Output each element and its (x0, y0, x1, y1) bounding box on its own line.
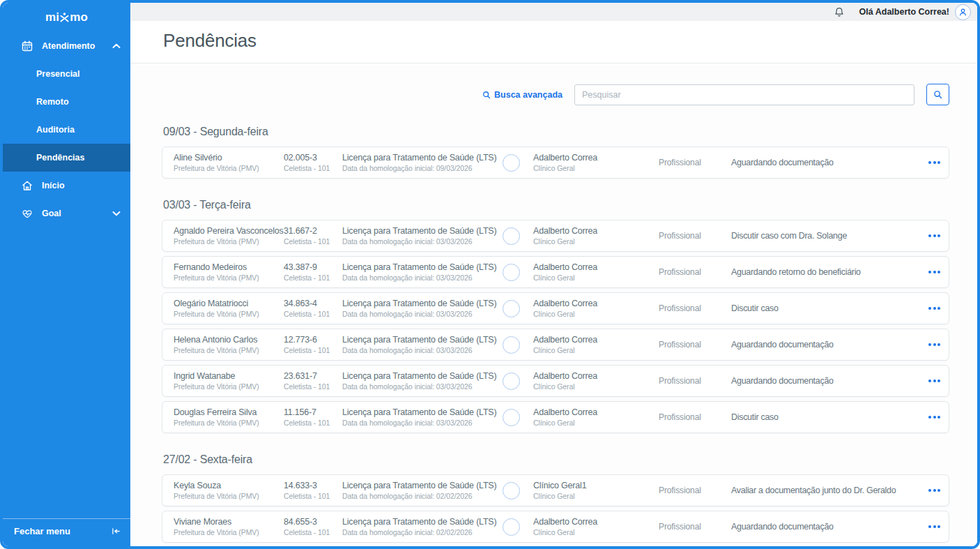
user-greeting: Olá Adalberto Correa! (859, 7, 949, 17)
status-text: Aguardando retorno do beneficiário (731, 267, 917, 277)
sidebar-item-remoto[interactable]: Remoto (3, 88, 130, 116)
role-label: Profissional (659, 158, 731, 167)
homologation-date: Data da homologação inicial: 03/03/2026 (342, 419, 503, 427)
homologation-date: Data da homologação inicial: 03/03/2026 (342, 237, 503, 246)
role-label: Profissional (659, 522, 731, 532)
ellipsis-dot-icon (937, 271, 940, 273)
status-text: Discutir caso com Dra. Solange (731, 231, 917, 241)
beneficiary-name: Viviane Moraes (174, 517, 284, 527)
advanced-search-link[interactable]: Busca avançada (482, 90, 562, 100)
logo-person-icon (60, 13, 69, 22)
logo: mi mo (3, 3, 130, 32)
registration-number-cell: 43.387-9Celetista - 101 (284, 262, 342, 282)
license-type-cell: Licença para Tratamento de Saúde (LTS)Da… (342, 517, 503, 536)
professional-name-cell: Clínico Geral1Clínico Geral (533, 481, 659, 500)
beneficiary-name-cell: Helena Antonio CarlosPrefeitura de Vitór… (174, 335, 284, 354)
beneficiary-org: Prefeitura de Vitória (PMV) (174, 310, 284, 318)
registration-number: 23.631-7 (284, 371, 342, 381)
sidebar-item-atendimento[interactable]: Atendimento (3, 32, 130, 60)
row-actions-button[interactable] (917, 525, 940, 528)
search-button[interactable] (926, 84, 949, 105)
professional-specialty: Clínico Geral (533, 346, 659, 354)
ellipsis-dot-icon (933, 416, 936, 419)
role-label: Profissional (659, 231, 731, 241)
pendency-row[interactable]: Ingrid WatanabePrefeitura de Vitória (PM… (162, 365, 949, 397)
ellipsis-dot-icon (928, 379, 931, 382)
homologation-date: Data da homologação inicial: 03/03/2026 (342, 310, 503, 318)
beneficiary-name-cell: Douglas Ferreira SilvaPrefeitura de Vitó… (174, 407, 284, 427)
sidebar-item-goal[interactable]: Goal (3, 200, 130, 227)
pendency-row[interactable]: Agnaldo Pereira VasconcelosPrefeitura de… (162, 220, 949, 252)
registration-number: 11.156-7 (284, 407, 342, 417)
beneficiary-org: Prefeitura de Vitória (PMV) (174, 382, 284, 391)
sidebar-item-label: Atendimento (42, 41, 95, 51)
search-input[interactable] (574, 84, 914, 105)
professional-specialty: Clínico Geral (533, 382, 659, 391)
contract-type: Celetista - 101 (284, 273, 342, 282)
ellipsis-dot-icon (928, 161, 931, 164)
license-type-cell: Licença para Tratamento de Saúde (LTS)Da… (342, 407, 503, 427)
beneficiary-name-cell: Olegário MatatriocciPrefeitura de Vitóri… (174, 299, 284, 318)
row-actions-button[interactable] (917, 161, 940, 164)
chevron-down-icon (112, 211, 121, 216)
contract-type: Celetista - 101 (284, 382, 342, 391)
homologation-date: Data da homologação inicial: 03/03/2026 (342, 273, 503, 282)
role-label: Profissional (659, 267, 731, 277)
ellipsis-dot-icon (928, 416, 931, 419)
homologation-date: Data da homologação inicial: 03/03/2026 (342, 346, 503, 354)
license-type-cell: Licença para Tratamento de Saúde (LTS)Da… (342, 262, 503, 282)
professional-name-cell: Adalberto CorreaClínico Geral (533, 262, 659, 282)
status-text: Discutir caso (731, 412, 917, 422)
row-actions-button[interactable] (917, 379, 940, 382)
license-type: Licença para Tratamento de Saúde (LTS) (342, 153, 503, 163)
user-avatar[interactable] (955, 4, 971, 20)
role-label: Profissional (659, 412, 731, 422)
row-actions-button[interactable] (917, 271, 940, 273)
license-type-cell: Licença para Tratamento de Saúde (LTS)Da… (342, 371, 503, 391)
registration-number: 34.863-4 (284, 299, 342, 308)
professional-avatar-circle (503, 300, 520, 317)
professional-avatar-circle (503, 518, 520, 536)
pendency-row[interactable]: Viviane MoraesPrefeitura de Vitória (PMV… (162, 511, 949, 543)
row-actions-button[interactable] (917, 234, 940, 237)
sidebar-item-auditoria[interactable]: Auditoria (3, 116, 130, 144)
ellipsis-dot-icon (937, 161, 940, 164)
collapse-menu-button[interactable]: Fechar menu (3, 518, 130, 546)
professional-avatar-circle (503, 336, 520, 354)
pendency-row[interactable]: Douglas Ferreira SilvaPrefeitura de Vitó… (162, 401, 949, 433)
ellipsis-dot-icon (928, 234, 931, 237)
row-actions-button[interactable] (917, 343, 940, 346)
sidebar-item-inicio[interactable]: Início (3, 172, 130, 200)
ellipsis-dot-icon (937, 234, 940, 237)
professional-name-cell: Adalberto CorreaClínico Geral (533, 299, 659, 318)
date-group: 09/03 - Segunda-feiraAline SilvérioPrefe… (162, 126, 949, 179)
status-text: Aguardando documentação (731, 376, 917, 386)
pendency-row[interactable]: Olegário MatatriocciPrefeitura de Vitóri… (162, 292, 949, 324)
avatar-cell (503, 264, 533, 281)
notifications-bell-icon[interactable] (834, 7, 844, 17)
license-type: Licença para Tratamento de Saúde (LTS) (342, 335, 503, 345)
avatar-cell (503, 409, 533, 426)
beneficiary-name-cell: Viviane MoraesPrefeitura de Vitória (PMV… (174, 517, 284, 536)
professional-specialty: Clínico Geral (533, 492, 659, 500)
avatar-cell (503, 154, 533, 172)
professional-name: Adalberto Correa (533, 299, 659, 308)
page-header: Pendências (130, 21, 977, 63)
status-text: Aguardando documentação (731, 158, 917, 167)
sidebar-item-presencial[interactable]: Presencial (3, 60, 130, 88)
beneficiary-name: Douglas Ferreira Silva (174, 407, 284, 417)
professional-name-cell: Adalberto CorreaClínico Geral (533, 335, 659, 354)
row-actions-button[interactable] (917, 307, 940, 310)
row-actions-button[interactable] (917, 416, 940, 419)
pendency-row[interactable]: Fernando MedeirosPrefeitura de Vitória (… (162, 256, 949, 288)
license-type: Licença para Tratamento de Saúde (LTS) (342, 407, 503, 417)
pendency-row[interactable]: Aline SilvérioPrefeitura de Vitória (PMV… (162, 146, 949, 179)
row-actions-button[interactable] (917, 489, 940, 492)
sidebar-item-label: Início (42, 181, 65, 190)
pendency-row[interactable]: Keyla SouzaPrefeitura de Vitória (PMV)14… (162, 474, 949, 506)
group-date-header: 09/03 - Segunda-feira (163, 126, 949, 138)
professional-name: Adalberto Correa (533, 262, 659, 272)
pendency-row[interactable]: Helena Antonio CarlosPrefeitura de Vitór… (162, 329, 949, 361)
sidebar-item-label: Goal (42, 209, 61, 218)
sidebar-item-pendencias[interactable]: Pendências (3, 144, 130, 172)
